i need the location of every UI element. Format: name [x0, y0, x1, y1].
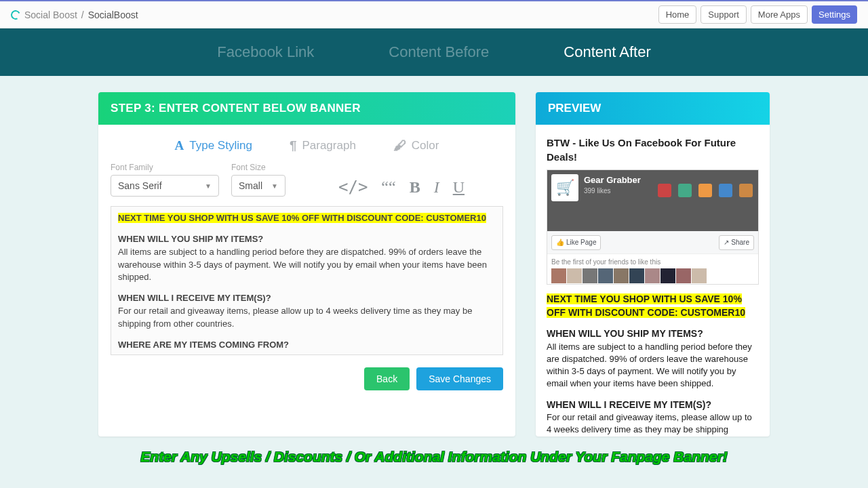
font-family-select[interactable]: Sans Serif▼: [111, 175, 219, 197]
font-size-select[interactable]: Small▼: [231, 175, 285, 197]
content-editor[interactable]: NEXT TIME YOU SHOP WITH US SAVE 10% OFF …: [111, 206, 503, 355]
preview-body: BTW - Like Us On Facebook For Future Dea…: [536, 125, 770, 436]
tab-content-after[interactable]: Content After: [564, 43, 650, 61]
format-icons: </> ““ B I U: [338, 178, 465, 197]
fb-share-button[interactable]: ↗Share: [719, 235, 754, 250]
cart-icon: 🛒: [551, 174, 578, 201]
content-editor-panel: STEP 3: ENTER CONTENT BELOW BANNER AType…: [98, 92, 515, 436]
tab-facebook-link[interactable]: Facebook Link: [217, 43, 314, 61]
panel-header: STEP 3: ENTER CONTENT BELOW BANNER: [98, 92, 515, 125]
tab-para-label: Paragraph: [302, 139, 355, 152]
breadcrumb-separator: /: [81, 9, 84, 20]
style-tabs: AType Styling ¶Paragraph 🖌Color: [98, 125, 515, 163]
breadcrumb-item-2: SocialBoost: [88, 9, 138, 20]
preview-a2: For our retail and giveaway items, pleas…: [547, 411, 759, 436]
fb-page-name: Gear Grabber: [584, 174, 641, 186]
tab-color-label: Color: [412, 139, 439, 152]
fb-avatars: [547, 268, 758, 283]
fb-share-label: Share: [731, 238, 749, 247]
home-button[interactable]: Home: [658, 5, 697, 24]
fb-like-label: Like Page: [566, 238, 596, 247]
thumb-icon: 👍: [556, 238, 564, 247]
breadcrumb: Social Boost / SocialBoost: [11, 9, 138, 20]
topbar-buttons: Home Support More Apps Settings: [658, 5, 857, 24]
editor-q1: WHEN WILL YOU SHIP MY ITEMS?: [118, 233, 496, 246]
preview-highlight: NEXT TIME YOU SHOP WITH US SAVE 10% OFF …: [547, 293, 745, 318]
fb-actionbar: 👍Like Page ↗Share: [547, 231, 758, 254]
code-block-icon[interactable]: </>: [338, 178, 368, 197]
preview-q2: WHEN WILL I RECEIVE MY ITEM(S)?: [547, 399, 759, 412]
italic-icon[interactable]: I: [434, 178, 439, 197]
font-size-control: Font Size Small▼: [231, 163, 285, 197]
app-logo-icon: [9, 9, 22, 21]
tab-paragraph[interactable]: ¶Paragraph: [290, 138, 356, 153]
chevron-down-icon: ▼: [205, 182, 212, 190]
fb-like-count: 399 likes: [584, 186, 641, 196]
font-family-control: Font Family Sans Serif▼: [111, 163, 219, 197]
editor-q2: WHEN WILL I RECEIVE MY ITEM(S)?: [118, 292, 496, 305]
page-caption: Enter Any Upsells / Discounts / Or Addit…: [0, 449, 868, 465]
tab-color[interactable]: 🖌Color: [393, 138, 439, 153]
editor-highlight: NEXT TIME YOU SHOP WITH US SAVE 10% OFF …: [118, 213, 486, 223]
tab-type-label: Type Styling: [189, 139, 252, 152]
topbar: Social Boost / SocialBoost Home Support …: [0, 0, 868, 28]
share-icon: ↗: [724, 238, 729, 247]
font-size-value: Small: [239, 180, 262, 191]
chevron-down-icon: ▼: [271, 182, 278, 190]
tab-row: Facebook Link Content Before Content Aft…: [0, 28, 868, 76]
preview-q1: WHEN WILL YOU SHIP MY ITEMS?: [547, 327, 759, 341]
fb-cover: 🛒 Gear Grabber 399 likes: [547, 170, 758, 231]
more-apps-button[interactable]: More Apps: [751, 5, 808, 24]
blockquote-icon[interactable]: ““: [381, 178, 395, 197]
underline-icon[interactable]: U: [453, 178, 465, 197]
fb-cover-decoration: [658, 184, 753, 197]
font-family-value: Sans Serif: [118, 180, 162, 191]
editor-a2: For our retail and giveaway items, pleas…: [118, 305, 496, 331]
preview-header: PREVIEW: [536, 92, 770, 125]
facebook-widget: 🛒 Gear Grabber 399 likes 👍Like Page ↗Sha…: [547, 169, 759, 285]
tab-content-before[interactable]: Content Before: [389, 43, 489, 61]
editor-a1: All items are subject to a handling peri…: [118, 246, 496, 285]
brush-icon: 🖌: [393, 138, 406, 153]
preview-panel: PREVIEW BTW - Like Us On Facebook For Fu…: [536, 92, 770, 436]
preview-a1: All items are subject to a handling peri…: [547, 341, 759, 390]
preview-title: BTW - Like Us On Facebook For Future Dea…: [547, 136, 759, 164]
fb-friends-text: Be the first of your friends to like thi…: [547, 254, 758, 268]
format-controls: Font Family Sans Serif▼ Font Size Small▼…: [98, 163, 515, 206]
editor-q3: WHERE ARE MY ITEMS COMING FROM?: [118, 339, 496, 352]
paragraph-icon: ¶: [290, 138, 297, 153]
action-row: Back Save Changes: [98, 355, 515, 403]
main-container: STEP 3: ENTER CONTENT BELOW BANNER AType…: [0, 76, 868, 436]
back-button[interactable]: Back: [364, 367, 410, 390]
fb-like-button[interactable]: 👍Like Page: [551, 235, 601, 250]
settings-button[interactable]: Settings: [812, 5, 857, 24]
type-icon: A: [175, 138, 184, 153]
save-changes-button[interactable]: Save Changes: [416, 367, 503, 390]
font-family-label: Font Family: [111, 163, 219, 172]
breadcrumb-item-1[interactable]: Social Boost: [24, 9, 77, 20]
tab-type-styling[interactable]: AType Styling: [175, 138, 252, 153]
font-size-label: Font Size: [231, 163, 285, 172]
bold-icon[interactable]: B: [410, 178, 420, 197]
support-button[interactable]: Support: [701, 5, 747, 24]
